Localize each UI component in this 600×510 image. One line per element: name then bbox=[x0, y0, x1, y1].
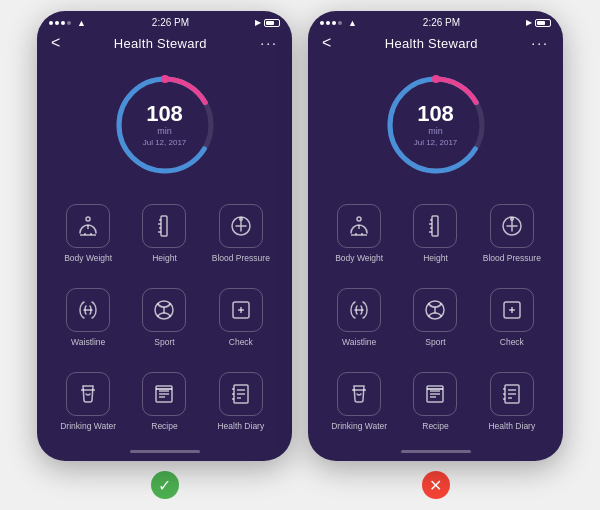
status-bar-correct: ▲ 2:26 PM ▶ bbox=[37, 11, 292, 30]
more-button-correct[interactable]: ··· bbox=[260, 35, 278, 51]
body-weight-icon-2 bbox=[347, 214, 371, 238]
svg-point-35 bbox=[432, 75, 440, 83]
icon-item-body-weight-correct[interactable]: Body Weight bbox=[53, 196, 123, 274]
battery-icon bbox=[264, 19, 280, 27]
phone-correct-wrapper: ▲ 2:26 PM ▶ < Health Steward ··· bbox=[37, 11, 292, 499]
svg-rect-8 bbox=[161, 216, 167, 236]
app-title-correct: Health Steward bbox=[114, 36, 207, 51]
home-indicator-incorrect bbox=[401, 450, 471, 453]
icon-item-health-diary-correct[interactable]: Health Diary bbox=[206, 364, 276, 442]
sport-icon bbox=[152, 298, 176, 322]
drinking-water-label-incorrect: Drinking Water bbox=[331, 421, 387, 431]
gauge-date-correct: Jul 12, 2017 bbox=[143, 138, 187, 147]
icon-item-height-incorrect[interactable]: Height bbox=[400, 196, 470, 274]
icon-item-height-correct[interactable]: Height bbox=[129, 196, 199, 274]
check-icon-box-2 bbox=[490, 288, 534, 332]
signal-dot-1-2 bbox=[320, 21, 324, 25]
body-weight-icon-box bbox=[66, 204, 110, 248]
gauge-unit-incorrect: min bbox=[428, 126, 443, 136]
recipe-icon-box-2 bbox=[413, 372, 457, 416]
icons-grid-correct: Body Weight Height bbox=[37, 196, 292, 442]
more-button-incorrect[interactable]: ··· bbox=[531, 35, 549, 51]
svg-point-14 bbox=[239, 217, 243, 221]
waistline-label-incorrect: Waistline bbox=[342, 337, 376, 347]
signal-dot-2 bbox=[55, 21, 59, 25]
home-indicator-correct bbox=[130, 450, 200, 453]
back-button-correct[interactable]: < bbox=[51, 34, 60, 52]
body-weight-label-correct: Body Weight bbox=[64, 253, 112, 263]
health-diary-icon bbox=[229, 382, 253, 406]
status-time-correct: 2:26 PM bbox=[152, 17, 189, 28]
health-diary-icon-box bbox=[219, 372, 263, 416]
icon-item-recipe-correct[interactable]: Recipe bbox=[129, 364, 199, 442]
recipe-label-correct: Recipe bbox=[151, 421, 177, 431]
gauge-value-incorrect: 108 bbox=[417, 103, 454, 125]
blood-pressure-icon-box bbox=[219, 204, 263, 248]
waistline-label-correct: Waistline bbox=[71, 337, 105, 347]
height-icon-box bbox=[142, 204, 186, 248]
waistline-icon-2 bbox=[347, 298, 371, 322]
signal-dot-1 bbox=[49, 21, 53, 25]
drinking-water-icon-box bbox=[66, 372, 110, 416]
battery-icon-2 bbox=[535, 19, 551, 27]
header-correct: < Health Steward ··· bbox=[37, 30, 292, 60]
check-icon-box bbox=[219, 288, 263, 332]
app-title-incorrect: Health Steward bbox=[385, 36, 478, 51]
signal-dots-2 bbox=[320, 21, 342, 25]
status-right: ▶ bbox=[255, 18, 280, 27]
health-diary-label-incorrect: Health Diary bbox=[488, 421, 535, 431]
height-icon-2 bbox=[423, 214, 447, 238]
health-diary-label-correct: Health Diary bbox=[217, 421, 264, 431]
sport-icon-box-2 bbox=[413, 288, 457, 332]
back-button-incorrect[interactable]: < bbox=[322, 34, 331, 52]
icon-item-check-correct[interactable]: Check bbox=[206, 280, 276, 358]
sport-icon-2 bbox=[423, 298, 447, 322]
icon-item-waistline-incorrect[interactable]: Waistline bbox=[324, 280, 394, 358]
gauge-incorrect: 108 min Jul 12, 2017 bbox=[381, 70, 491, 180]
gauge-unit-correct: min bbox=[157, 126, 172, 136]
svg-point-46 bbox=[510, 217, 514, 221]
icon-item-blood-pressure-correct[interactable]: Blood Pressure bbox=[206, 196, 276, 274]
body-weight-icon-box-2 bbox=[337, 204, 381, 248]
waistline-icon-box-2 bbox=[337, 288, 381, 332]
blood-pressure-label-correct: Blood Pressure bbox=[212, 253, 270, 263]
icon-item-sport-incorrect[interactable]: Sport bbox=[400, 280, 470, 358]
blood-pressure-icon-2 bbox=[500, 214, 524, 238]
icon-item-sport-correct[interactable]: Sport bbox=[129, 280, 199, 358]
check-icon-2 bbox=[500, 298, 524, 322]
sport-label-correct: Sport bbox=[154, 337, 174, 347]
recipe-icon-box bbox=[142, 372, 186, 416]
drinking-water-icon-2 bbox=[347, 382, 371, 406]
check-label-correct: Check bbox=[229, 337, 253, 347]
icon-item-health-diary-incorrect[interactable]: Health Diary bbox=[477, 364, 547, 442]
signal-dot-4 bbox=[67, 21, 71, 25]
gauge-center-incorrect: 108 min Jul 12, 2017 bbox=[414, 103, 458, 147]
phone-correct: ▲ 2:26 PM ▶ < Health Steward ··· bbox=[37, 11, 292, 461]
icons-grid-incorrect: Body Weight Height bbox=[308, 196, 563, 442]
check-icon bbox=[229, 298, 253, 322]
signal-dot-3 bbox=[61, 21, 65, 25]
battery-fill-2 bbox=[537, 21, 545, 25]
wifi-icon: ▲ bbox=[77, 18, 86, 28]
body-weight-label-incorrect: Body Weight bbox=[335, 253, 383, 263]
icon-item-drinking-water-incorrect[interactable]: Drinking Water bbox=[324, 364, 394, 442]
height-label-correct: Height bbox=[152, 253, 177, 263]
phones-comparison: ▲ 2:26 PM ▶ < Health Steward ··· bbox=[37, 11, 563, 499]
icon-item-drinking-water-correct[interactable]: Drinking Water bbox=[53, 364, 123, 442]
status-left: ▲ bbox=[49, 18, 86, 28]
recipe-label-incorrect: Recipe bbox=[422, 421, 448, 431]
recipe-icon bbox=[152, 382, 176, 406]
blood-pressure-label-incorrect: Blood Pressure bbox=[483, 253, 541, 263]
icon-item-body-weight-incorrect[interactable]: Body Weight bbox=[324, 196, 394, 274]
signal-dots bbox=[49, 21, 71, 25]
icon-item-waistline-correct[interactable]: Waistline bbox=[53, 280, 123, 358]
check-label-incorrect: Check bbox=[500, 337, 524, 347]
signal-dot-2-2 bbox=[326, 21, 330, 25]
gauge-center-correct: 108 min Jul 12, 2017 bbox=[143, 103, 187, 147]
waistline-icon bbox=[76, 298, 100, 322]
icon-item-recipe-incorrect[interactable]: Recipe bbox=[400, 364, 470, 442]
icon-item-check-incorrect[interactable]: Check bbox=[477, 280, 547, 358]
sport-icon-box bbox=[142, 288, 186, 332]
icon-item-blood-pressure-incorrect[interactable]: Blood Pressure bbox=[477, 196, 547, 274]
height-label-incorrect: Height bbox=[423, 253, 448, 263]
